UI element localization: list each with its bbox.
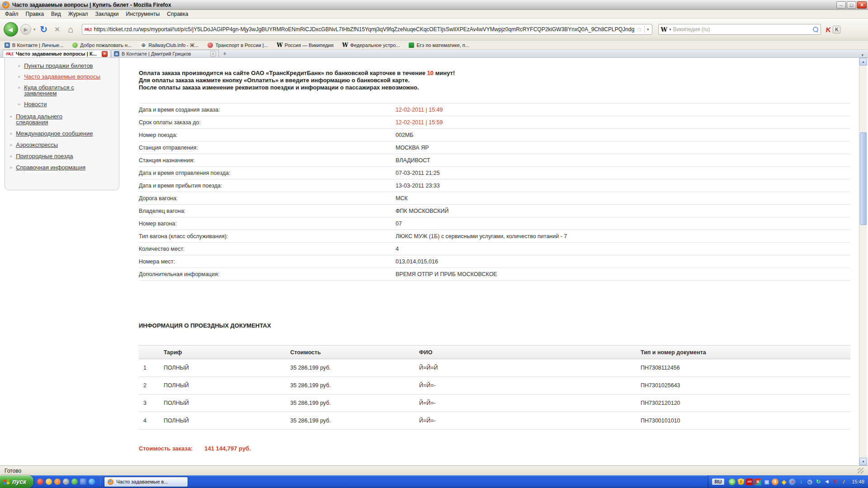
vertical-scrollbar[interactable] bbox=[859, 58, 867, 465]
new-tab-button[interactable] bbox=[220, 50, 230, 57]
security-shield-icon[interactable]: ! bbox=[737, 479, 744, 485]
sidebar-item-aeroexpress[interactable]: Аэроэкспрессы bbox=[9, 142, 115, 148]
bookmark-star-icon[interactable] bbox=[637, 25, 642, 33]
bookmark-item[interactable]: Добро пожаловать н... bbox=[72, 42, 132, 48]
menu-bar: Файл Правка Вид Журнал Закладки Инструме… bbox=[0, 10, 868, 19]
cell-document: ПН7302120120 bbox=[636, 400, 850, 406]
forward-button[interactable] bbox=[20, 24, 31, 35]
sidebar-link[interactable]: Аэроэкспрессы bbox=[16, 142, 58, 148]
maximize-button[interactable] bbox=[847, 1, 856, 9]
scrollbar-thumb[interactable] bbox=[860, 132, 867, 225]
sidebar-link-active[interactable]: Часто задаваемые вопросы bbox=[24, 74, 100, 80]
sidebar-item-news[interactable]: Новости bbox=[18, 101, 115, 107]
bookmark-item[interactable]: Егэ по математике, п... bbox=[409, 42, 469, 48]
bookmark-item[interactable]: Федеральное устро... bbox=[343, 42, 400, 48]
language-indicator[interactable]: RU bbox=[712, 479, 725, 485]
desktop: Часто задаваемые вопросы | Купить билет … bbox=[0, 0, 868, 488]
sidebar-link[interactable]: Куда обратиться с заявлением bbox=[24, 84, 103, 96]
tab-close-icon[interactable] bbox=[102, 51, 108, 57]
scroll-up-icon[interactable] bbox=[859, 58, 867, 66]
quick-launch-icon[interactable] bbox=[54, 479, 61, 485]
sidebar-item-faq[interactable]: Часто задаваемые вопросы bbox=[18, 74, 115, 80]
detail-value: ФПК МОСКОВСКИЙ bbox=[396, 208, 850, 214]
quick-launch-icon[interactable] bbox=[63, 479, 69, 485]
history-dropdown-icon[interactable] bbox=[33, 27, 36, 32]
sidebar-link[interactable]: Поезда дальнего следования bbox=[16, 113, 95, 125]
extension-icon-k[interactable] bbox=[833, 26, 840, 33]
taskbar-window-button[interactable]: Часто задаваемые в... bbox=[104, 477, 188, 487]
bookmark-label: RailwayClub.info - Ж... bbox=[148, 42, 198, 48]
quick-launch-icon[interactable] bbox=[37, 479, 43, 485]
stop-button[interactable] bbox=[52, 24, 63, 35]
tab-close-icon[interactable] bbox=[210, 51, 216, 57]
arrow-bullet-icon bbox=[9, 153, 12, 159]
quick-launch-icon[interactable] bbox=[46, 479, 52, 485]
menu-help[interactable]: Справка bbox=[164, 10, 191, 18]
tab-faq[interactable]: Часто задаваемые вопросы | К... bbox=[3, 50, 110, 57]
menu-history[interactable]: Журнал bbox=[65, 10, 91, 18]
quick-launch-icon[interactable] bbox=[89, 479, 95, 485]
home-button[interactable] bbox=[65, 23, 77, 35]
refresh-button[interactable] bbox=[38, 23, 50, 35]
wikipedia-icon bbox=[661, 26, 668, 33]
update-notification-icon[interactable]: 1 bbox=[772, 479, 778, 485]
resize-grip[interactable] bbox=[858, 468, 863, 474]
url-dropdown-icon[interactable] bbox=[644, 25, 650, 33]
ati-icon[interactable]: ATI bbox=[746, 479, 753, 485]
sidebar-item-sales-points[interactable]: Пункты продажи билетов bbox=[18, 63, 115, 69]
url-input[interactable] bbox=[94, 26, 635, 33]
cell-tariff: ПОЛНЫЙ bbox=[159, 400, 286, 406]
network-icon[interactable]: ▣ bbox=[763, 479, 770, 485]
order-total-label: Стоимость заказа: bbox=[139, 445, 193, 452]
window-controls bbox=[836, 1, 867, 9]
sidebar-link[interactable]: Пригородные поезда bbox=[16, 153, 73, 159]
scheduler-icon[interactable]: ◷ bbox=[806, 479, 813, 485]
sync-icon[interactable]: ↻ bbox=[815, 479, 821, 485]
menu-tools[interactable]: Инструменты bbox=[123, 10, 163, 18]
antivirus-v-icon[interactable]: V bbox=[832, 479, 839, 485]
sidebar-item-international[interactable]: Международное сообщение bbox=[9, 131, 115, 136]
table-header-row: Тариф Стоимость ФИО Тип и номер документ… bbox=[139, 346, 850, 359]
search-input[interactable] bbox=[673, 26, 811, 33]
pen-icon[interactable]: / bbox=[840, 479, 849, 485]
sidebar-link[interactable]: Справочная информация bbox=[16, 164, 85, 170]
menu-view[interactable]: Вид bbox=[48, 10, 64, 18]
menu-file[interactable]: Файл bbox=[2, 10, 22, 18]
sidebar-item-suburban[interactable]: Пригородные поезда bbox=[9, 153, 115, 159]
quick-launch-icon[interactable] bbox=[71, 479, 78, 485]
search-box[interactable] bbox=[658, 24, 821, 35]
sidebar-item-reference[interactable]: Справочная информация bbox=[9, 164, 115, 170]
search-engine-dropdown-icon[interactable] bbox=[669, 27, 671, 32]
tab-vkontakte[interactable]: В Контакте | Дмитрий Грицков bbox=[111, 50, 219, 57]
bookmark-item[interactable]: Транспорт в России |... bbox=[208, 42, 268, 48]
virtual-drive-icon[interactable]: ◆ bbox=[780, 479, 787, 485]
bookmark-item[interactable]: В Контакте | Личные... bbox=[5, 42, 63, 48]
sidebar-item-long-distance[interactable]: Поезда дальнего следования bbox=[9, 113, 115, 125]
start-button[interactable]: пуск bbox=[0, 475, 33, 488]
antivirus-globe-icon[interactable]: K bbox=[755, 479, 761, 485]
icq-icon[interactable]: ☺ bbox=[729, 479, 736, 485]
bookmark-item[interactable]: Россия — Википедия bbox=[277, 42, 334, 48]
sidebar-link[interactable]: Пункты продажи билетов bbox=[24, 63, 93, 69]
sidebar-link[interactable]: Новости bbox=[24, 101, 47, 107]
page-content: Пункты продажи билетов Часто задаваемые … bbox=[0, 58, 868, 465]
close-button[interactable] bbox=[857, 1, 867, 9]
navigation-toolbar bbox=[0, 19, 868, 41]
volume-icon[interactable]: ◀) bbox=[823, 479, 830, 485]
minimize-button[interactable] bbox=[836, 1, 846, 9]
quick-launch-icon[interactable] bbox=[80, 479, 86, 485]
menu-edit[interactable]: Правка bbox=[23, 10, 47, 18]
extension-icon-red[interactable] bbox=[825, 26, 831, 33]
search-icon[interactable] bbox=[813, 27, 818, 32]
list-all-tabs-icon[interactable] bbox=[859, 53, 865, 57]
bookmark-item[interactable]: RailwayClub.info - Ж... bbox=[141, 42, 198, 48]
menu-bookmarks[interactable]: Закладки bbox=[92, 10, 122, 18]
sidebar-link[interactable]: Международное сообщение bbox=[16, 131, 93, 136]
back-button[interactable] bbox=[4, 22, 18, 37]
download-manager-icon[interactable]: ↓ bbox=[797, 479, 804, 485]
detail-row: Номера мест:013,014,015,016 bbox=[139, 255, 850, 268]
url-bar[interactable] bbox=[82, 24, 652, 35]
scroll-down-icon[interactable] bbox=[859, 458, 867, 465]
messenger-offline-icon[interactable]: × bbox=[789, 479, 796, 485]
sidebar-item-where-to-apply[interactable]: Куда обратиться с заявлением bbox=[18, 84, 115, 96]
